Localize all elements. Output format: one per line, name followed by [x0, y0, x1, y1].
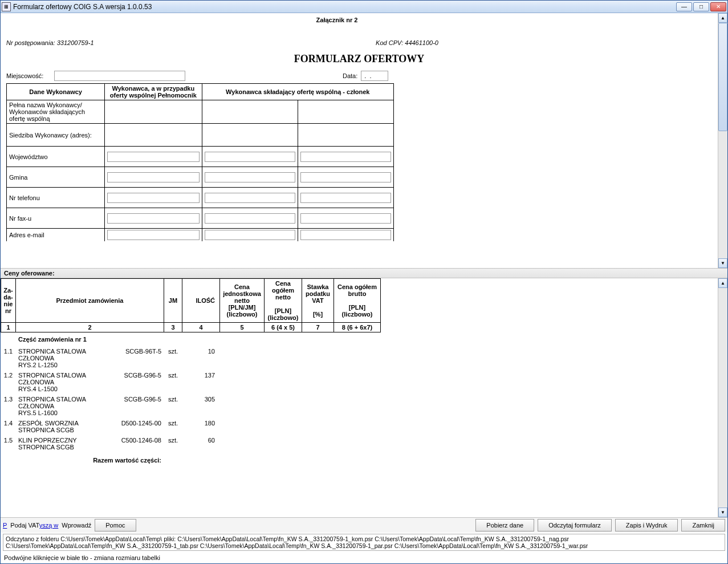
item-unit-price[interactable] [220, 346, 265, 370]
num-1: 1 [1, 323, 16, 332]
item-subject: ZESPÓŁ SWORZNIAD500-1245-00STROPNICA SCG… [16, 418, 164, 435]
col-jm: JM [164, 279, 182, 323]
item-net [265, 435, 302, 452]
item-gross [334, 346, 381, 370]
commune-input-1[interactable] [107, 172, 199, 182]
num-8: 8 (6 + 6x7) [334, 323, 381, 332]
col-gross: Cena ogółem brutto [PLN] (liczbowo) [334, 279, 381, 323]
locality-input[interactable] [54, 71, 185, 81]
app-icon: ▦ [2, 2, 11, 11]
province-input-1[interactable] [107, 152, 199, 162]
minimize-button[interactable]: — [676, 2, 692, 11]
item-vat[interactable] [302, 394, 334, 418]
table-row[interactable]: 1.5KLIN POPRZECZNYC500-1246-08STROPNICA … [1, 435, 718, 452]
pomoc-button[interactable]: Pomoc [95, 519, 136, 531]
titlebar: ▦ Formularz ofertowy COIG S.A wersja 1.0… [1, 1, 727, 13]
table-row[interactable]: 1.2STROPNICA STALOWA CZŁONOWASCGB-G96-5R… [1, 370, 718, 394]
total-label: Razem wartość części: [16, 452, 164, 465]
all-link[interactable]: yszą w [39, 522, 59, 529]
item-qty: 60 [182, 435, 220, 452]
item-vat[interactable] [302, 435, 334, 452]
commune-input-2[interactable] [205, 172, 295, 182]
phone-input-2[interactable] [205, 193, 295, 203]
item-nr: 1.4 [1, 418, 16, 435]
item-subject: STROPNICA STALOWA CZŁONOWASCGB-96T-5RYS.… [16, 346, 164, 370]
item-unit-price[interactable] [220, 435, 265, 452]
date-input[interactable] [361, 71, 388, 81]
email-input-1[interactable] [107, 230, 199, 240]
item-vat[interactable] [302, 370, 334, 394]
province-input-3[interactable] [300, 152, 391, 162]
table-row[interactable]: 1.4ZESPÓŁ SWORZNIAD500-1245-00STROPNICA … [1, 418, 718, 435]
maximize-button[interactable]: □ [693, 2, 709, 11]
item-gross [334, 370, 381, 394]
phone-input-3[interactable] [300, 193, 391, 203]
item-nr: 1.3 [1, 394, 16, 418]
item-net [265, 418, 302, 435]
email-input-3[interactable] [300, 230, 391, 240]
table-row[interactable]: 1.1STROPNICA STALOWA CZŁONOWASCGB-96T-5R… [1, 346, 718, 370]
p-link[interactable]: P [3, 522, 7, 529]
item-qty: 137 [182, 370, 220, 394]
province-input-2[interactable] [205, 152, 295, 162]
item-vat[interactable] [302, 346, 334, 370]
close-button[interactable]: ✕ [710, 2, 726, 11]
part-label: Część zamówienia nr 1 [16, 332, 164, 347]
app-window: ▦ Formularz ofertowy COIG S.A wersja 1.0… [0, 0, 728, 564]
scroll-down-icon[interactable]: ▼ [718, 258, 727, 268]
item-subject: STROPNICA STALOWA CZŁONOWASCGB-G96-5RYS.… [16, 370, 164, 394]
odczytaj-formularz-button[interactable]: Odczytaj formularz [538, 519, 612, 531]
row-commune-label: Gmina [7, 167, 105, 188]
wprowadz-text: Wprowadź [62, 522, 91, 529]
date-label: Data: [343, 72, 357, 79]
fax-input-1[interactable] [107, 213, 199, 224]
scroll-up-icon[interactable]: ▲ [718, 13, 727, 23]
item-subject: STROPNICA STALOWA CZŁONOWASCGB-G96-5RYS.… [16, 394, 164, 418]
item-gross [334, 394, 381, 418]
item-qty: 305 [182, 394, 220, 418]
col-member: Wykonawca składający ofertę wspólną - cz… [202, 84, 394, 100]
cpv-code: Kod CPV: 44461100-0 [376, 39, 438, 46]
commune-input-3[interactable] [300, 172, 391, 182]
phone-input-1[interactable] [107, 193, 199, 203]
item-gross [334, 418, 381, 435]
zapis-wydruk-button[interactable]: Zapis i Wydruk [615, 519, 678, 531]
item-jm: szt. [164, 346, 182, 370]
grid-scroll-up-icon[interactable]: ▲ [718, 278, 727, 288]
pobierz-dane-button[interactable]: Pobierz dane [475, 519, 534, 531]
item-vat[interactable] [302, 418, 334, 435]
item-jm: szt. [164, 418, 182, 435]
num-6: 6 (4 x 5) [265, 323, 302, 332]
item-net [265, 370, 302, 394]
item-unit-price[interactable] [220, 418, 265, 435]
col-nr: Za- da- nie nr [1, 279, 16, 323]
row-fullname-label: Pełna nazwa Wykonawcy/ Wykonawców składa… [7, 100, 105, 124]
table-row[interactable]: 1.3STROPNICA STALOWA CZŁONOWASCGB-G96-5R… [1, 394, 718, 418]
num-5: 5 [220, 323, 265, 332]
form-scrollbar[interactable]: ▲ ▼ [718, 13, 727, 268]
item-qty: 180 [182, 418, 220, 435]
item-net [265, 394, 302, 418]
grid-scrollbar[interactable]: ▲ ▼ [718, 278, 727, 517]
num-4: 4 [182, 323, 220, 332]
locality-label: Miejscowość: [6, 72, 51, 79]
item-subject: KLIN POPRZECZNYC500-1246-08STROPNICA SCG… [16, 435, 164, 452]
fax-input-3[interactable] [300, 213, 391, 224]
price-grid: Za- da- nie nr Przedmiot zamówienia JM I… [1, 278, 718, 465]
scroll-thumb[interactable] [718, 23, 727, 131]
log-line-1: Odczytano z folderu C:\Users\Tomek\AppDa… [6, 535, 722, 542]
log-textarea[interactable]: Odczytano z folderu C:\Users\Tomek\AppDa… [3, 534, 725, 551]
item-unit-price[interactable] [220, 394, 265, 418]
col-proxy: Wykonawca, a w przypadku oferty wspólnej… [105, 84, 202, 100]
row-address-label: Siedziba Wykonawcy (adres): [7, 124, 105, 147]
zamknij-button[interactable]: Zamknij [681, 519, 725, 531]
item-unit-price[interactable] [220, 370, 265, 394]
window-title: Formularz ofertowy COIG S.A wersja 1.0.0… [13, 3, 676, 11]
prices-section-label: Ceny oferowane: [1, 268, 727, 278]
item-jm: szt. [164, 370, 182, 394]
contractor-table: Dane Wykonawcy Wykonawca, a w przypadku … [6, 83, 394, 241]
fax-input-2[interactable] [205, 213, 295, 224]
col-dane: Dane Wykonawcy [7, 84, 105, 100]
grid-scroll-down-icon[interactable]: ▼ [718, 508, 727, 517]
email-input-2[interactable] [205, 230, 295, 240]
